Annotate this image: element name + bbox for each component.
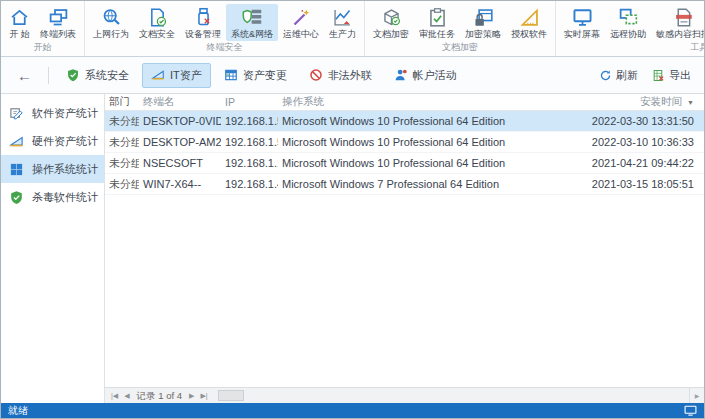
column-header-1[interactable]: 终端名 bbox=[139, 95, 221, 109]
globe-icon bbox=[101, 7, 122, 28]
tab-bar: 系统安全IT资产资产变更非法外联帐户活动 bbox=[57, 63, 470, 88]
next-page-button[interactable]: ▶ bbox=[186, 392, 197, 399]
ribbon: 开 始终端列表开始上网行为文档安全设备管理系统&网络运维中心生产力终端安全文档加… bbox=[1, 1, 704, 57]
table-header: 部门终端名IP操作系统安装时间▼ bbox=[105, 94, 704, 111]
ribbon-button-web-behavior[interactable]: 上网行为 bbox=[88, 4, 134, 41]
ribbon-button-system-network[interactable]: 系统&网络 bbox=[226, 4, 278, 41]
table-cell: DESKTOP-0VIDMDJ bbox=[139, 115, 221, 127]
ribbon-group-label: 文档加密 bbox=[366, 41, 554, 56]
status-text: 就绪 bbox=[8, 404, 28, 418]
shield-green-icon bbox=[9, 190, 24, 205]
table-body: 未分组DESKTOP-0VIDMDJ192.168.1.52Microsoft … bbox=[105, 111, 704, 195]
tab-account-activity[interactable]: 帐户活动 bbox=[385, 63, 466, 88]
ribbon-buttons: 上网行为文档安全设备管理系统&网络运维中心生产力 bbox=[86, 1, 363, 41]
tab-it-assets[interactable]: IT资产 bbox=[142, 63, 211, 88]
table-cell: 192.168.1.4 bbox=[221, 178, 278, 190]
connection-monitor-icon bbox=[684, 405, 697, 416]
table-empty-space bbox=[105, 195, 704, 387]
ribbon-button-live-screen[interactable]: 实时屏幕 bbox=[559, 4, 605, 41]
ribbon-button-content-scan[interactable]: 敏感内容扫描 bbox=[651, 4, 704, 41]
table-row[interactable]: 未分组DESKTOP-AM2AGL3192.168.1.51Microsoft … bbox=[105, 132, 704, 153]
ribbon-button-doc-encryption[interactable]: 文档加密 bbox=[368, 4, 414, 41]
refresh-button[interactable]: 刷新 bbox=[594, 65, 643, 86]
app-window: 开 始终端列表开始上网行为文档安全设备管理系统&网络运维中心生产力终端安全文档加… bbox=[0, 0, 705, 419]
table-row[interactable]: 未分组NSECSOFT192.168.1.180Microsoft Window… bbox=[105, 153, 704, 174]
table-cell: 192.168.1.180 bbox=[221, 157, 278, 169]
table-cell: NSECSOFT bbox=[139, 157, 221, 169]
table-cell: DESKTOP-AM2AGL3 bbox=[139, 136, 221, 148]
shield-grid-icon bbox=[242, 7, 263, 28]
export-button[interactable]: 导出 bbox=[647, 65, 696, 86]
ruler-icon bbox=[519, 7, 540, 28]
toolbar-divider bbox=[48, 67, 49, 84]
refresh-icon bbox=[599, 69, 612, 82]
horizontal-scrollbar[interactable] bbox=[216, 388, 689, 403]
column-header-label: 终端名 bbox=[143, 95, 175, 107]
sub-toolbar: ← 系统安全IT资产资产变更非法外联帐户活动 刷新导出 bbox=[1, 57, 704, 94]
ribbon-button-productivity[interactable]: 生产力 bbox=[324, 4, 361, 41]
ramp-icon bbox=[151, 68, 165, 82]
table-cell: 未分组 bbox=[105, 135, 139, 150]
ribbon-button-authorized-software[interactable]: 授权软件 bbox=[506, 4, 552, 41]
table-cell: 192.168.1.52 bbox=[221, 115, 278, 127]
block-red-icon bbox=[309, 68, 323, 82]
lock-icon bbox=[473, 7, 494, 28]
sidebar-item-antivirus-statistics[interactable]: 杀毒软件统计 bbox=[1, 183, 104, 211]
ribbon-button-approval-tasks[interactable]: 审批任务 bbox=[414, 4, 460, 41]
tab-system-security[interactable]: 系统安全 bbox=[57, 63, 138, 88]
ribbon-buttons: 实时屏幕远程协助敏感内容扫描库&模板报表中心更多... bbox=[557, 1, 704, 41]
sidebar-item-hardware-assets[interactable]: 硬件资产统计 bbox=[1, 127, 104, 155]
tab-label: IT资产 bbox=[170, 68, 202, 83]
content-area: 部门终端名IP操作系统安装时间▼ 未分组DESKTOP-0VIDMDJ192.1… bbox=[105, 94, 704, 403]
column-header-0[interactable]: 部门 bbox=[105, 95, 139, 109]
doc-shield-icon bbox=[147, 7, 168, 28]
ribbon-button-start[interactable]: 开 始 bbox=[4, 4, 35, 41]
sidebar-item-label: 软件资产统计 bbox=[32, 106, 98, 121]
ribbon-group: 上网行为文档安全设备管理系统&网络运维中心生产力终端安全 bbox=[85, 1, 365, 56]
ribbon-button-label: 远程协助 bbox=[610, 30, 646, 39]
tab-label: 系统安全 bbox=[85, 68, 129, 83]
sidebar-item-os-statistics[interactable]: 操作系统统计 bbox=[1, 155, 104, 183]
column-header-4[interactable]: 安装时间▼ bbox=[546, 95, 704, 109]
table-cell: 192.168.1.51 bbox=[221, 136, 278, 148]
table-cell: Microsoft Windows 10 Professional 64 Edi… bbox=[278, 157, 546, 169]
table-cell: 2022-03-10 10:36:33 bbox=[546, 136, 704, 148]
action-label: 刷新 bbox=[616, 68, 638, 83]
sidebar-item-label: 硬件资产统计 bbox=[32, 134, 98, 149]
ribbon-group-label: 开始 bbox=[2, 41, 83, 56]
screen-icon bbox=[572, 7, 593, 28]
wand-icon bbox=[291, 7, 312, 28]
last-page-button[interactable]: ▶| bbox=[197, 392, 210, 399]
sidebar-item-software-assets[interactable]: 软件资产统计 bbox=[1, 99, 104, 127]
ribbon-button-label: 生产力 bbox=[329, 30, 356, 39]
tab-illegal-outreach[interactable]: 非法外联 bbox=[300, 63, 381, 88]
ribbon-buttons: 文档加密审批任务加密策略授权软件 bbox=[366, 1, 554, 41]
record-indicator: 记录 1 of 4 bbox=[133, 391, 186, 401]
back-button[interactable]: ← bbox=[9, 67, 40, 84]
ribbon-button-label: 授权软件 bbox=[511, 30, 547, 39]
ribbon-button-encryption-policy[interactable]: 加密策略 bbox=[460, 4, 506, 41]
scroll-right-button[interactable]: ▶ bbox=[689, 388, 704, 403]
doc-scan-icon bbox=[673, 7, 694, 28]
ribbon-button-ops-center[interactable]: 运维中心 bbox=[278, 4, 324, 41]
ribbon-button-remote-assist[interactable]: 远程协助 bbox=[605, 4, 651, 41]
scrollbar-thumb[interactable] bbox=[218, 390, 244, 401]
ribbon-button-label: 运维中心 bbox=[283, 30, 319, 39]
first-page-button[interactable]: |◀ bbox=[108, 392, 121, 399]
ribbon-group: 文档加密审批任务加密策略授权软件文档加密 bbox=[365, 1, 556, 56]
table-row[interactable]: 未分组DESKTOP-0VIDMDJ192.168.1.52Microsoft … bbox=[105, 111, 704, 132]
tab-label: 资产变更 bbox=[243, 68, 287, 83]
column-header-3[interactable]: 操作系统 bbox=[278, 95, 546, 109]
ribbon-button-terminal-list[interactable]: 终端列表 bbox=[35, 4, 81, 41]
column-header-2[interactable]: IP bbox=[221, 96, 278, 108]
ribbon-button-document-security[interactable]: 文档安全 bbox=[134, 4, 180, 41]
usb-icon bbox=[193, 7, 214, 28]
prev-page-button[interactable]: ◀ bbox=[121, 392, 132, 399]
tab-asset-changes[interactable]: 资产变更 bbox=[215, 63, 296, 88]
table-row[interactable]: 未分组WIN7-X64--192.168.1.4Microsoft Window… bbox=[105, 174, 704, 195]
ribbon-button-device-management[interactable]: 设备管理 bbox=[180, 4, 226, 41]
ribbon-button-label: 审批任务 bbox=[419, 30, 455, 39]
tab-label: 非法外联 bbox=[328, 68, 372, 83]
ribbon-group-label: 终端安全 bbox=[86, 41, 363, 56]
status-bar: 就绪 bbox=[1, 403, 704, 418]
